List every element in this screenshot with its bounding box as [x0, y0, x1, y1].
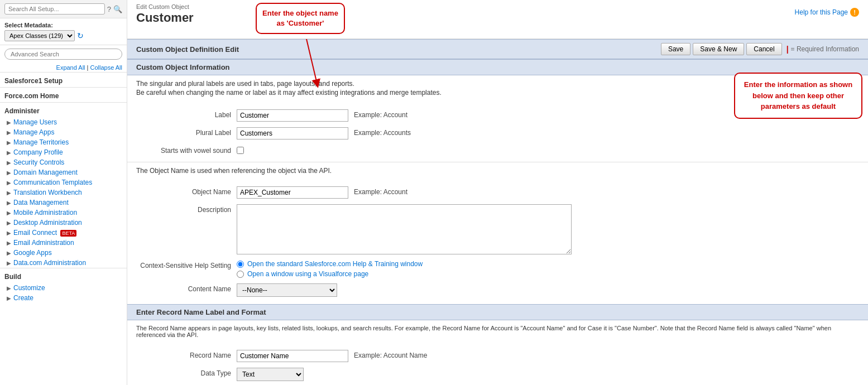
radio-group: Open the standard Salesforce.com Help & … — [237, 260, 423, 278]
plural-label-field-control: Example: Accounts — [237, 127, 859, 139]
description-textarea[interactable] — [237, 204, 572, 254]
record-name-field-label: Record Name — [136, 350, 237, 359]
radio-option-1[interactable]: Open the standard Salesforce.com Help & … — [237, 260, 423, 268]
sidebar-item-datacom-administration[interactable]: ▶Data.com Administration — [0, 258, 127, 268]
help-icon: ! — [850, 8, 859, 17]
help-link-area: Help for this Page ! — [795, 4, 859, 17]
content-name-row: Content Name --None-- — [127, 281, 868, 300]
expand-all-link[interactable]: Expand All — [56, 64, 85, 71]
record-name-note: The Record Name appears in page layouts,… — [127, 320, 868, 343]
save-button[interactable]: Save — [661, 43, 690, 55]
page-title: Customer — [136, 11, 859, 25]
sidebar-item-manage-territories[interactable]: ▶Manage Territories — [0, 137, 127, 147]
sidebar-section-forcecom: Force.com Home — [0, 87, 127, 102]
object-name-example: Example: Account — [354, 186, 407, 196]
toolbar: Save Save & New Cancel — [661, 43, 782, 55]
label-input[interactable] — [237, 109, 348, 122]
plural-label-field-label: Plural Label — [136, 127, 237, 137]
help-link-text: Help for this Page — [795, 8, 848, 16]
record-name-header: Enter Record Name Label and Format — [127, 304, 868, 320]
sidebar-item-security-controls[interactable]: ▶Security Controls — [0, 157, 127, 167]
content-name-label: Content Name — [136, 283, 237, 293]
sidebar-section-administer: Administer — [0, 102, 127, 117]
data-type-label: Data Type — [136, 368, 237, 377]
sidebar-item-create[interactable]: ▶Create — [0, 293, 127, 303]
data-type-select[interactable]: Text — [237, 368, 304, 381]
sidebar-item-google-apps[interactable]: ▶Google Apps — [0, 248, 127, 258]
radio-input-2[interactable] — [237, 271, 244, 278]
radio-label-1: Open the standard Salesforce.com Help & … — [247, 260, 423, 268]
vowel-field-control — [237, 145, 859, 154]
metadata-select-area: Select Metadata: Apex Classes (129) ↻ — [0, 18, 127, 45]
sidebar-item-domain-management[interactable]: ▶Domain Management — [0, 167, 127, 177]
record-name-section: Enter Record Name Label and Format The R… — [127, 304, 868, 385]
search-input[interactable] — [4, 3, 105, 15]
description-label: Description — [136, 204, 237, 214]
expand-collapse-area: Expand All | Collapse All — [0, 63, 127, 72]
callout-bubble-2: Enter the information as shown below and… — [734, 73, 862, 119]
callout-bubble-1: Enter the object name as 'Customer' — [256, 3, 345, 34]
help-setting-row: Context-Sensitive Help Setting Open the … — [127, 257, 868, 281]
search-submit-icon[interactable]: 🔍 — [113, 5, 122, 13]
plural-label-example: Example: Accounts — [354, 127, 411, 137]
description-control — [237, 204, 859, 254]
object-name-label: Object Name — [136, 186, 237, 196]
plural-label-input[interactable] — [237, 127, 348, 139]
form-body-2: Object Name Example: Account Description — [127, 179, 868, 304]
record-name-form-body: Record Name Example: Account Name Data T… — [127, 343, 868, 385]
content-name-control: --None-- — [237, 283, 859, 297]
collapse-all-link[interactable]: Collapse All — [90, 64, 122, 71]
metadata-dropdown[interactable]: Apex Classes (129) — [4, 30, 75, 41]
edit-label: Edit Custom Object — [136, 3, 859, 10]
sidebar-item-manage-apps[interactable]: ▶Manage Apps — [0, 127, 127, 137]
help-link[interactable]: Help for this Page ! — [795, 8, 859, 17]
search-bar-area: ? 🔍 — [0, 0, 127, 18]
data-type-row: Data Type Text — [127, 365, 868, 384]
form-wrapper: Enter the information as shown below and… — [127, 39, 868, 385]
page-header: Edit Custom Object Customer — [136, 3, 859, 25]
beta-badge: BETA — [60, 230, 76, 237]
record-name-input[interactable] — [237, 350, 348, 362]
help-setting-label: Context-Sensitive Help Setting — [136, 260, 237, 270]
search-help-icon[interactable]: ? — [107, 5, 111, 13]
custom-object-info-title: Custom Object Information — [136, 63, 230, 71]
sidebar-item-translation-workbench[interactable]: ▶Translation Workbench — [0, 187, 127, 198]
label-field-label: Label — [136, 109, 237, 119]
radio-option-2[interactable]: Open a window using a Visualforce page — [237, 270, 423, 278]
sidebar-item-mobile-administration[interactable]: ▶Mobile Administration — [0, 208, 127, 218]
vowel-row: Starts with vowel sound — [127, 142, 868, 157]
form-section-title: Custom Object Definition Edit — [136, 45, 239, 54]
radio-label-2: Open a window using a Visualforce page — [247, 270, 368, 278]
metadata-label: Select Metadata: — [4, 22, 122, 28]
sidebar-item-customize[interactable]: ▶Customize — [0, 283, 127, 293]
sidebar-item-communication-templates[interactable]: ▶Communication Templates — [0, 177, 127, 187]
form-toolbar-section: Custom Object Definition Edit Save Save … — [127, 39, 868, 59]
record-name-title: Enter Record Name Label and Format — [136, 308, 266, 316]
sidebar-item-desktop-administration[interactable]: ▶Desktop Administration — [0, 218, 127, 228]
refresh-button[interactable]: ↻ — [77, 31, 84, 40]
save-new-button[interactable]: Save & New — [693, 43, 744, 55]
cancel-button[interactable]: Cancel — [746, 43, 781, 55]
record-name-row: Record Name Example: Account Name — [127, 347, 868, 365]
sidebar-section-salesforce1: Salesforce1 Setup — [0, 72, 127, 87]
sidebar-item-data-management[interactable]: ▶Data Management — [0, 198, 127, 208]
radio-input-1[interactable] — [237, 261, 244, 268]
sidebar-item-email-connect[interactable]: ▶Email Connect BETA — [0, 228, 127, 238]
help-setting-control: Open the standard Salesforce.com Help & … — [237, 260, 859, 278]
data-type-control: Text — [237, 368, 859, 381]
sidebar-item-email-administration[interactable]: ▶Email Administration — [0, 238, 127, 248]
vowel-checkbox[interactable] — [237, 147, 244, 154]
main-content: Edit Custom Object Customer Help for thi… — [127, 0, 868, 385]
api-note: The Object Name is used when referencing… — [127, 162, 868, 179]
plural-label-row: Plural Label Example: Accounts — [127, 124, 868, 142]
description-row: Description — [127, 201, 868, 257]
advanced-search-input[interactable] — [4, 49, 122, 60]
content-name-select[interactable]: --None-- — [237, 283, 337, 297]
sidebar-item-manage-users[interactable]: ▶Manage Users — [0, 117, 127, 127]
sidebar-item-company-profile[interactable]: ▶Company Profile — [0, 147, 127, 157]
vowel-field-label: Starts with vowel sound — [136, 145, 237, 155]
sidebar: ? 🔍 Select Metadata: Apex Classes (129) … — [0, 0, 127, 385]
record-name-example: Example: Account Name — [354, 350, 427, 359]
object-name-input[interactable] — [237, 186, 348, 199]
sidebar-section-build: Build — [0, 268, 127, 283]
